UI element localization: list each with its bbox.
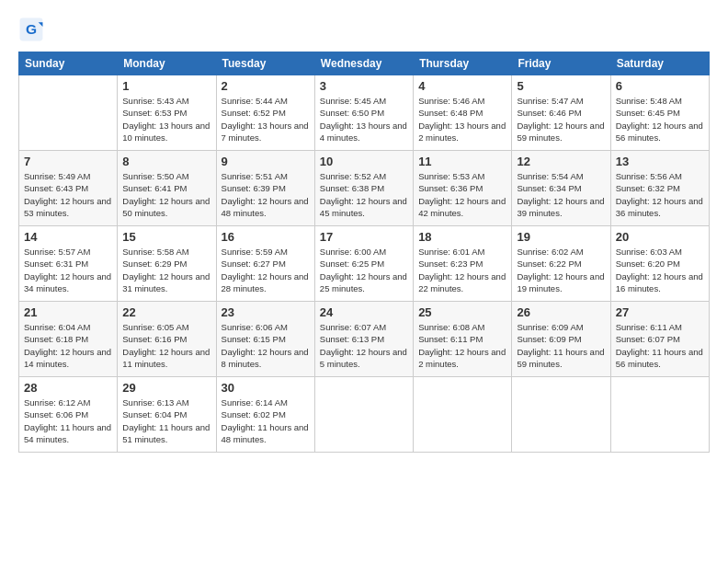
day-info: Sunrise: 5:52 AMSunset: 6:38 PMDaylight:… — [320, 170, 408, 219]
day-info: Sunrise: 6:11 AMSunset: 6:07 PMDaylight:… — [616, 321, 704, 370]
week-row-2: 7Sunrise: 5:49 AMSunset: 6:43 PMDaylight… — [19, 151, 710, 226]
day-number: 7 — [24, 155, 112, 168]
calendar-cell: 12Sunrise: 5:54 AMSunset: 6:34 PMDayligh… — [512, 151, 610, 226]
calendar-cell: 7Sunrise: 5:49 AMSunset: 6:43 PMDaylight… — [19, 151, 118, 226]
calendar-cell: 9Sunrise: 5:51 AMSunset: 6:39 PMDaylight… — [216, 151, 314, 226]
day-info: Sunrise: 6:12 AMSunset: 6:06 PMDaylight:… — [24, 396, 112, 445]
calendar-cell — [19, 75, 118, 151]
day-number: 8 — [122, 155, 210, 168]
calendar-cell: 8Sunrise: 5:50 AMSunset: 6:41 PMDaylight… — [118, 151, 216, 226]
calendar-cell: 11Sunrise: 5:53 AMSunset: 6:36 PMDayligh… — [414, 151, 512, 226]
day-number: 6 — [616, 79, 704, 93]
calendar-cell: 30Sunrise: 6:14 AMSunset: 6:02 PMDayligh… — [216, 377, 314, 453]
week-row-3: 14Sunrise: 5:57 AMSunset: 6:31 PMDayligh… — [19, 226, 710, 302]
day-info: Sunrise: 6:06 AMSunset: 6:15 PMDaylight:… — [222, 321, 310, 370]
day-number: 9 — [222, 155, 310, 168]
calendar-cell: 18Sunrise: 6:01 AMSunset: 6:23 PMDayligh… — [414, 226, 512, 302]
calendar-header-row: SundayMondayTuesdayWednesdayThursdayFrid… — [19, 52, 710, 75]
day-info: Sunrise: 5:57 AMSunset: 6:31 PMDaylight:… — [24, 246, 112, 294]
day-info: Sunrise: 6:09 AMSunset: 6:09 PMDaylight:… — [517, 321, 605, 370]
calendar-cell: 13Sunrise: 5:56 AMSunset: 6:32 PMDayligh… — [610, 151, 709, 226]
calendar-cell: 3Sunrise: 5:45 AMSunset: 6:50 PMDaylight… — [314, 75, 413, 151]
day-number: 14 — [24, 230, 112, 244]
day-number: 21 — [24, 305, 112, 319]
calendar-cell: 4Sunrise: 5:46 AMSunset: 6:48 PMDaylight… — [414, 75, 512, 151]
calendar-cell — [414, 377, 512, 453]
calendar-cell: 25Sunrise: 6:08 AMSunset: 6:11 PMDayligh… — [414, 302, 512, 377]
day-info: Sunrise: 6:03 AMSunset: 6:20 PMDaylight:… — [616, 246, 704, 294]
day-number: 26 — [517, 305, 605, 319]
calendar-cell: 2Sunrise: 5:44 AMSunset: 6:52 PMDaylight… — [216, 75, 314, 151]
day-info: Sunrise: 5:46 AMSunset: 6:48 PMDaylight:… — [418, 95, 506, 144]
calendar-cell: 14Sunrise: 5:57 AMSunset: 6:31 PMDayligh… — [19, 226, 118, 302]
logo-icon: G — [18, 17, 44, 42]
calendar-cell: 20Sunrise: 6:03 AMSunset: 6:20 PMDayligh… — [610, 226, 709, 302]
day-number: 27 — [616, 305, 704, 319]
day-info: Sunrise: 5:43 AMSunset: 6:53 PMDaylight:… — [122, 95, 210, 144]
day-info: Sunrise: 6:02 AMSunset: 6:22 PMDaylight:… — [517, 246, 605, 294]
day-info: Sunrise: 6:05 AMSunset: 6:16 PMDaylight:… — [122, 321, 210, 370]
day-info: Sunrise: 5:59 AMSunset: 6:27 PMDaylight:… — [222, 246, 310, 294]
calendar-cell — [314, 377, 413, 453]
day-number: 17 — [320, 230, 408, 244]
header: G — [18, 17, 710, 42]
day-header-tuesday: Tuesday — [216, 52, 314, 75]
day-info: Sunrise: 5:48 AMSunset: 6:45 PMDaylight:… — [616, 95, 704, 144]
day-number: 2 — [222, 79, 310, 93]
day-number: 11 — [418, 155, 506, 168]
day-info: Sunrise: 6:08 AMSunset: 6:11 PMDaylight:… — [418, 321, 506, 370]
day-info: Sunrise: 6:07 AMSunset: 6:13 PMDaylight:… — [320, 321, 408, 370]
calendar-cell: 21Sunrise: 6:04 AMSunset: 6:18 PMDayligh… — [19, 302, 118, 377]
day-number: 4 — [418, 79, 506, 93]
day-info: Sunrise: 6:04 AMSunset: 6:18 PMDaylight:… — [24, 321, 112, 370]
day-number: 30 — [222, 381, 310, 395]
calendar-cell — [610, 377, 709, 453]
calendar-cell: 24Sunrise: 6:07 AMSunset: 6:13 PMDayligh… — [314, 302, 413, 377]
day-number: 10 — [320, 155, 408, 168]
day-number: 28 — [24, 381, 112, 395]
day-header-saturday: Saturday — [610, 52, 709, 75]
calendar-cell: 6Sunrise: 5:48 AMSunset: 6:45 PMDaylight… — [610, 75, 709, 151]
calendar-cell: 17Sunrise: 6:00 AMSunset: 6:25 PMDayligh… — [314, 226, 413, 302]
day-number: 25 — [418, 305, 506, 319]
day-number: 15 — [122, 230, 210, 244]
day-number: 18 — [418, 230, 506, 244]
day-info: Sunrise: 5:44 AMSunset: 6:52 PMDaylight:… — [222, 95, 310, 144]
calendar-cell: 28Sunrise: 6:12 AMSunset: 6:06 PMDayligh… — [19, 377, 118, 453]
calendar-cell: 26Sunrise: 6:09 AMSunset: 6:09 PMDayligh… — [512, 302, 610, 377]
day-info: Sunrise: 5:45 AMSunset: 6:50 PMDaylight:… — [320, 95, 408, 144]
day-info: Sunrise: 6:14 AMSunset: 6:02 PMDaylight:… — [222, 396, 310, 445]
day-info: Sunrise: 6:01 AMSunset: 6:23 PMDaylight:… — [418, 246, 506, 294]
week-row-4: 21Sunrise: 6:04 AMSunset: 6:18 PMDayligh… — [19, 302, 710, 377]
svg-text:G: G — [26, 21, 37, 37]
calendar-cell: 5Sunrise: 5:47 AMSunset: 6:46 PMDaylight… — [512, 75, 610, 151]
calendar-table: SundayMondayTuesdayWednesdayThursdayFrid… — [18, 52, 710, 453]
calendar-cell: 15Sunrise: 5:58 AMSunset: 6:29 PMDayligh… — [118, 226, 216, 302]
calendar-cell: 1Sunrise: 5:43 AMSunset: 6:53 PMDaylight… — [118, 75, 216, 151]
day-header-friday: Friday — [512, 52, 610, 75]
calendar-cell: 19Sunrise: 6:02 AMSunset: 6:22 PMDayligh… — [512, 226, 610, 302]
day-header-thursday: Thursday — [414, 52, 512, 75]
day-info: Sunrise: 5:51 AMSunset: 6:39 PMDaylight:… — [222, 170, 310, 219]
day-header-sunday: Sunday — [19, 52, 118, 75]
day-number: 19 — [517, 230, 605, 244]
day-info: Sunrise: 5:53 AMSunset: 6:36 PMDaylight:… — [418, 170, 506, 219]
day-info: Sunrise: 5:56 AMSunset: 6:32 PMDaylight:… — [616, 170, 704, 219]
day-info: Sunrise: 6:00 AMSunset: 6:25 PMDaylight:… — [320, 246, 408, 294]
calendar-cell: 16Sunrise: 5:59 AMSunset: 6:27 PMDayligh… — [216, 226, 314, 302]
day-header-monday: Monday — [118, 52, 216, 75]
day-info: Sunrise: 5:49 AMSunset: 6:43 PMDaylight:… — [24, 170, 112, 219]
day-number: 23 — [222, 305, 310, 319]
day-info: Sunrise: 5:47 AMSunset: 6:46 PMDaylight:… — [517, 95, 605, 144]
day-info: Sunrise: 5:58 AMSunset: 6:29 PMDaylight:… — [122, 246, 210, 294]
calendar-cell — [512, 377, 610, 453]
logo: G — [18, 17, 48, 42]
day-number: 20 — [616, 230, 704, 244]
page: G SundayMondayTuesdayWednesdayThursdayFr… — [0, 0, 728, 563]
day-number: 22 — [122, 305, 210, 319]
day-number: 13 — [616, 155, 704, 168]
day-number: 24 — [320, 305, 408, 319]
day-number: 5 — [517, 79, 605, 93]
calendar-cell: 23Sunrise: 6:06 AMSunset: 6:15 PMDayligh… — [216, 302, 314, 377]
calendar-cell: 27Sunrise: 6:11 AMSunset: 6:07 PMDayligh… — [610, 302, 709, 377]
